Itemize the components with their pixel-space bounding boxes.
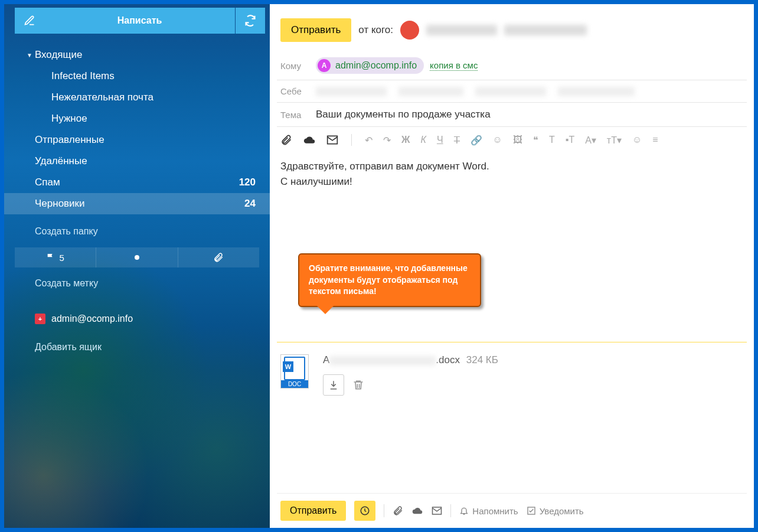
- sidebar: Написать ▼ Входящие Infected Items Нежел…: [4, 4, 270, 528]
- to-label: Кому: [280, 61, 310, 71]
- self-blurred-3: [475, 87, 546, 96]
- doc-label: DOC: [281, 380, 308, 388]
- chip-email: admin@ocomp.info: [335, 60, 417, 71]
- smiley-icon[interactable]: ☺: [632, 135, 642, 145]
- send-button[interactable]: Отправить: [280, 18, 351, 42]
- fontsize-icon[interactable]: тT▾: [607, 135, 622, 146]
- emoji-icon[interactable]: ☺: [493, 135, 502, 145]
- folder-label: Удалённые: [35, 155, 87, 167]
- mailbox-item[interactable]: + admin@ocomp.info: [4, 308, 270, 330]
- create-label-link[interactable]: Создать метку: [4, 273, 270, 293]
- bgcolor-icon[interactable]: ▪T: [566, 135, 574, 145]
- folder-label: Входящие: [35, 49, 83, 61]
- attach-tab[interactable]: [178, 247, 259, 267]
- underline-icon[interactable]: Ч: [437, 135, 443, 145]
- image-icon[interactable]: 🖼: [513, 135, 522, 145]
- mailbox-email: admin@ocomp.info: [51, 314, 133, 324]
- flag-count: 5: [59, 253, 64, 263]
- annotation-callout: Обратите внимание, что добавленные докум…: [298, 253, 481, 307]
- to-row: Кому A admin@ocomp.info копия в смс: [277, 51, 747, 80]
- mail-icon[interactable]: [326, 134, 338, 146]
- folder-count: 24: [244, 198, 256, 210]
- self-blurred-2: [398, 87, 463, 96]
- from-label: от кого:: [358, 24, 393, 36]
- flag-tab[interactable]: 5: [15, 247, 96, 267]
- subject-input[interactable]: [316, 109, 743, 120]
- footer-mail-icon[interactable]: [432, 505, 442, 516]
- folder-sent[interactable]: Отправленные: [4, 129, 270, 151]
- footer-attach-icon[interactable]: [393, 505, 403, 516]
- attachment-size: 324 КБ: [466, 354, 498, 365]
- download-button[interactable]: [323, 374, 344, 396]
- folder-infected[interactable]: Infected Items: [4, 66, 270, 87]
- folder-list: ▼ Входящие Infected Items Нежелательная …: [4, 37, 270, 221]
- add-mailbox-link[interactable]: Добавить ящик: [4, 337, 270, 357]
- attachment-filename: А.docx 324 КБ: [323, 354, 498, 366]
- strike-icon[interactable]: Т̶: [454, 135, 460, 146]
- remind-label: Напомнить: [472, 506, 518, 516]
- from-avatar: [400, 21, 419, 40]
- self-row: Себе: [277, 80, 747, 103]
- cloud-icon[interactable]: [303, 134, 316, 146]
- schedule-button[interactable]: [354, 501, 375, 521]
- quote-icon[interactable]: ❝: [533, 135, 538, 146]
- notify-label: Уведомить: [540, 506, 584, 516]
- editor-toolbar: ↶ ↷ Ж К Ч Т̶ 🔗 ☺ 🖼 ❝ T ▪T A▾ тT▾ ☺ ≡: [277, 127, 747, 153]
- folder-label: Нежелательная почта: [51, 92, 153, 103]
- folder-label: Нужное: [51, 113, 87, 125]
- compose-footer: Отправить Напомнить Уведомить: [277, 493, 747, 528]
- delete-attachment-button[interactable]: [352, 379, 364, 391]
- folder-label: Спам: [35, 177, 60, 188]
- compose-icon[interactable]: [15, 8, 44, 34]
- chip-avatar: A: [318, 59, 331, 72]
- doc-file-icon[interactable]: DOC: [280, 354, 309, 389]
- folder-count: 120: [239, 177, 256, 188]
- folder-label: Черновики: [35, 198, 85, 210]
- sms-copy-link[interactable]: копия в смс: [430, 60, 478, 71]
- folder-trash[interactable]: Удалённые: [4, 151, 270, 172]
- self-label: Себе: [280, 86, 310, 96]
- compose-button[interactable]: Написать: [44, 8, 235, 34]
- dot-tab[interactable]: [96, 247, 178, 267]
- folder-label: Отправленные: [35, 134, 104, 146]
- textcolor-icon[interactable]: T: [549, 135, 555, 145]
- self-blurred-1: [316, 87, 387, 96]
- folder-label: Infected Items: [51, 70, 115, 82]
- undo-icon[interactable]: ↶: [365, 135, 373, 146]
- body-line: С наилучшими!: [280, 174, 743, 190]
- folder-drafts[interactable]: Черновики 24: [4, 193, 270, 214]
- subject-label: Тема: [280, 110, 310, 120]
- folder-inbox[interactable]: ▼ Входящие: [4, 44, 270, 66]
- folder-important[interactable]: Нужное: [4, 108, 270, 129]
- create-folder-link[interactable]: Создать папку: [4, 221, 270, 241]
- from-name-blurred: [426, 25, 497, 35]
- list-icon[interactable]: ≡: [652, 135, 658, 145]
- body-line: Здравствуйте, отправил вам документ Word…: [280, 159, 743, 174]
- footer-cloud-icon[interactable]: [411, 505, 423, 516]
- bold-icon[interactable]: Ж: [401, 135, 410, 145]
- redo-icon[interactable]: ↷: [383, 135, 391, 146]
- self-blurred-4: [558, 87, 635, 96]
- notify-link[interactable]: Уведомить: [527, 506, 584, 516]
- folder-junk[interactable]: Нежелательная почта: [4, 87, 270, 108]
- folder-spam[interactable]: Спам 120: [4, 172, 270, 193]
- caret-icon: ▼: [27, 52, 32, 58]
- mailbox-flag-icon: +: [35, 314, 45, 324]
- italic-icon[interactable]: К: [420, 135, 426, 145]
- remind-link[interactable]: Напомнить: [459, 506, 518, 516]
- attachment-zone: DOC А.docx 324 КБ: [277, 342, 747, 407]
- sidebar-tabs: 5: [15, 247, 259, 267]
- recipient-chip[interactable]: A admin@ocomp.info: [316, 57, 424, 74]
- message-body[interactable]: Здравствуйте, отправил вам документ Word…: [277, 153, 747, 318]
- from-email-blurred: [504, 25, 587, 35]
- footer-send-button[interactable]: Отправить: [280, 501, 346, 521]
- attach-icon[interactable]: [280, 134, 292, 146]
- subject-row: Тема: [277, 103, 747, 127]
- link-icon[interactable]: 🔗: [471, 135, 482, 146]
- font-icon[interactable]: A▾: [585, 135, 596, 146]
- compose-pane: Отправить от кого: Кому A admin@ocomp.in…: [270, 4, 754, 528]
- refresh-button[interactable]: [236, 8, 265, 34]
